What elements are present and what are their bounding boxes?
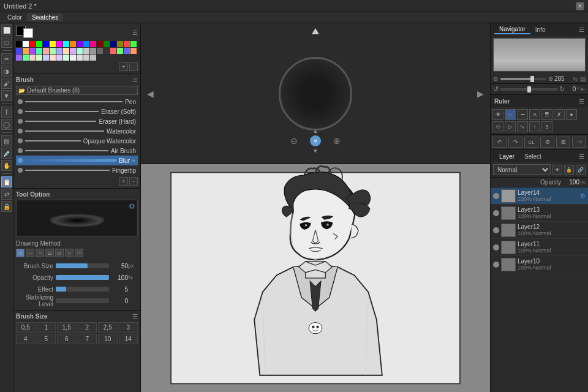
- swatch-cell[interactable]: [16, 55, 22, 61]
- layer-link-icon[interactable]: 🔗: [576, 165, 586, 175]
- dial-zoom-out[interactable]: ⊖: [290, 136, 298, 146]
- layer-item-layer13[interactable]: Layer13100% Normal: [491, 205, 588, 222]
- tool-lock[interactable]: 🔒: [1, 201, 12, 212]
- tool-hand[interactable]: ✋: [1, 160, 12, 171]
- brush-dial[interactable]: [279, 57, 352, 130]
- layer-vis-icon[interactable]: 👁: [552, 165, 562, 175]
- close-button[interactable]: ✕: [576, 2, 584, 10]
- swatch-cell[interactable]: [43, 48, 49, 54]
- layer-visibility-btn[interactable]: [493, 227, 499, 233]
- brush-item-pen[interactable]: Pen: [16, 97, 138, 107]
- brush-size-preset[interactable]: 4: [16, 334, 36, 344]
- swatch-cell[interactable]: [70, 55, 76, 61]
- ruler-num-btn[interactable]: 3: [541, 121, 552, 132]
- dm-curve[interactable]: ⌣: [36, 249, 44, 257]
- zoom-slider[interactable]: [500, 78, 546, 80]
- swatch-cell[interactable]: [43, 55, 49, 61]
- swatch-cell[interactable]: [16, 48, 22, 54]
- layer-visibility-btn[interactable]: [493, 193, 499, 199]
- brush-item-fingertip[interactable]: Fingertip: [16, 165, 138, 175]
- swatch-cell[interactable]: [50, 41, 56, 47]
- dm-poly[interactable]: ⊔: [45, 249, 54, 257]
- swatch-cell[interactable]: [63, 55, 69, 61]
- tool-layer[interactable]: 📋: [1, 176, 12, 187]
- brush-item-watercolor[interactable]: Watercolor: [16, 126, 138, 136]
- tool-transform[interactable]: ⇄: [1, 189, 12, 200]
- swatch-cell[interactable]: [43, 41, 49, 47]
- swatch-cell[interactable]: [130, 41, 137, 47]
- rotate-left-btn[interactable]: ↺: [493, 85, 499, 93]
- swatch-cell[interactable]: [83, 48, 89, 54]
- brush-size-preset[interactable]: 10: [98, 334, 118, 344]
- brush-item-eraser-(soft)[interactable]: Eraser (Soft): [16, 107, 138, 116]
- dial-zoom-in[interactable]: ⊕: [333, 136, 341, 146]
- swatch-cell[interactable]: [117, 41, 123, 47]
- ruler-undo[interactable]: ↶: [492, 137, 507, 148]
- swatch-cell[interactable]: [117, 48, 123, 54]
- brush-size-preset[interactable]: 14: [119, 334, 138, 344]
- brush-item-eraser-(hard)[interactable]: Eraser (Hard): [16, 116, 138, 126]
- rotate-right-btn[interactable]: ↻: [559, 85, 565, 93]
- ruler-grid-btn[interactable]: ≣: [541, 109, 552, 120]
- swatch-cell[interactable]: [104, 41, 110, 47]
- ruler-text-btn[interactable]: A: [529, 109, 540, 120]
- swatch-cell[interactable]: [70, 48, 76, 54]
- ruler-clear[interactable]: CL: [524, 137, 538, 148]
- brush-add-btn[interactable]: +: [119, 177, 128, 186]
- blend-mode-select[interactable]: Normal: [493, 164, 551, 175]
- dm-circle[interactable]: ○: [65, 249, 74, 257]
- brush-size-menu[interactable]: ☰: [132, 313, 138, 320]
- tool-eraser[interactable]: ◑: [1, 66, 12, 77]
- swatch-cell[interactable]: [63, 41, 69, 47]
- rotate-slider[interactable]: [500, 88, 558, 91]
- swatch-cell[interactable]: [110, 41, 116, 47]
- swatch-cell[interactable]: [36, 41, 42, 47]
- dm-rect[interactable]: ▭: [55, 249, 64, 257]
- swatch-cell[interactable]: [97, 48, 103, 54]
- dm-straight[interactable]: ―: [26, 249, 34, 257]
- ruler-wave-btn[interactable]: ∿: [517, 121, 528, 132]
- layer-visibility-btn[interactable]: [493, 210, 499, 216]
- swatch-cell[interactable]: [29, 55, 36, 61]
- ruler-menu[interactable]: ☰: [579, 98, 584, 105]
- swatch-cell[interactable]: [70, 41, 76, 47]
- swatch-cell[interactable]: [23, 41, 29, 47]
- param-slider[interactable]: [56, 263, 109, 268]
- swatch-add-btn[interactable]: +: [119, 62, 128, 71]
- ruler-settings[interactable]: ⚙: [540, 137, 554, 148]
- brush-size-preset[interactable]: 6: [57, 334, 77, 344]
- swatch-cell[interactable]: [104, 48, 110, 54]
- dial-nav-left[interactable]: ◀: [147, 89, 154, 99]
- tool-gradient[interactable]: ▤: [1, 135, 12, 146]
- brush-item-blur[interactable]: Blur✦: [16, 156, 138, 165]
- ruler-arrow-btn[interactable]: ↔: [505, 109, 516, 120]
- background-color[interactable]: [23, 28, 33, 38]
- brush-size-preset[interactable]: 7: [78, 334, 97, 344]
- layer-item-layer11[interactable]: Layer11100% Normal: [491, 239, 588, 256]
- tool-shape[interactable]: ◯: [1, 119, 12, 130]
- dial-up-arrow[interactable]: [312, 28, 319, 34]
- swatch-cell[interactable]: [90, 41, 96, 47]
- tab-info[interactable]: Info: [530, 26, 551, 34]
- brush-size-preset[interactable]: 2: [78, 322, 97, 333]
- tool-brush[interactable]: 🖌: [1, 78, 12, 89]
- swatch-cell[interactable]: [23, 55, 29, 61]
- swatch-cell[interactable]: [56, 48, 62, 54]
- ruler-swirl-btn[interactable]: ⦵: [492, 121, 503, 132]
- swatch-del-btn[interactable]: -: [129, 62, 138, 71]
- ruler-angle-btn[interactable]: ▷: [505, 121, 516, 132]
- ruler-line-btn[interactable]: ━: [517, 109, 528, 120]
- swatch-cell[interactable]: [50, 48, 56, 54]
- brush-size-preset[interactable]: 1,5: [57, 322, 77, 333]
- layer-visibility-btn[interactable]: [493, 262, 499, 268]
- swatches-menu-icon[interactable]: ☰: [132, 29, 138, 36]
- layer-visibility-btn[interactable]: [493, 244, 499, 251]
- zoom-out-icon[interactable]: ⊖: [493, 75, 498, 82]
- swatch-cell[interactable]: [56, 41, 62, 47]
- swatch-cell[interactable]: [130, 48, 137, 54]
- param-slider[interactable]: [56, 298, 109, 303]
- swatch-cell[interactable]: [63, 48, 69, 54]
- rotate-reset[interactable]: ⇤: [581, 86, 586, 92]
- tool-select[interactable]: ⬜: [1, 24, 12, 36]
- tab-layer[interactable]: Layer: [494, 153, 519, 160]
